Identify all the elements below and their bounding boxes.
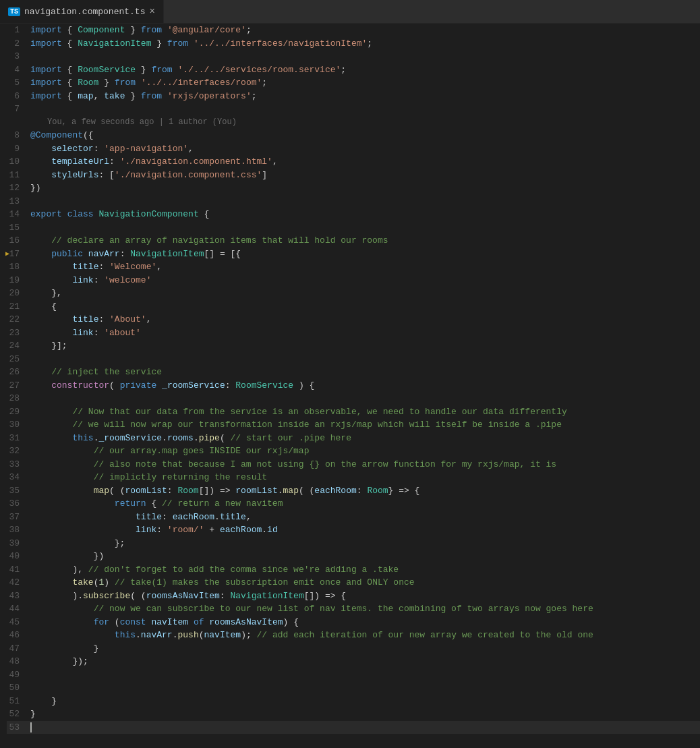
- code-line: 2import { NavigationItem } from '../../i…: [7, 37, 700, 51]
- code-token: import: [30, 65, 62, 75]
- code-token: // declare an array of navigation items …: [51, 235, 388, 246]
- code-line: 31 this._roomService.rooms.pipe( // star…: [7, 432, 700, 445]
- code-line: 17▶ public navArr: NavigationItem[] = [{: [7, 248, 700, 261]
- code-token: './../../services/room.service': [177, 65, 341, 75]
- line-number: 45: [7, 616, 30, 629]
- code-token: ( (: [130, 591, 146, 601]
- line-number: 4: [7, 63, 30, 77]
- line-code-content: }: [30, 642, 700, 656]
- code-token: private: [120, 380, 157, 391]
- code-token: .: [214, 512, 220, 522]
- code-line: 7: [7, 103, 700, 116]
- line-code-content: {: [30, 300, 700, 314]
- code-token: navArr: [141, 630, 173, 640]
- code-token: :: [94, 328, 105, 338]
- code-token: ;: [367, 38, 372, 49]
- code-token: RoomService: [78, 65, 136, 75]
- code-token: ),: [30, 565, 88, 575]
- code-token: this: [72, 433, 93, 443]
- code-line: 44 // now we can subscribe to our new li…: [7, 602, 700, 616]
- code-token: templateUrl: [51, 156, 109, 167]
- code-token: [162, 25, 167, 35]
- code-token: 'About': [109, 314, 146, 324]
- code-token: constructor: [51, 380, 109, 391]
- code-token: []) => {: [304, 591, 346, 601]
- code-token: 'about': [104, 328, 141, 338]
- code-line: 27 constructor( private _roomService: Ro…: [7, 379, 700, 393]
- code-token: [30, 328, 72, 338]
- code-token: {: [62, 38, 78, 49]
- code-token: :: [109, 156, 120, 167]
- line-number: 43: [7, 589, 30, 603]
- code-token: rooms: [167, 433, 194, 443]
- code-token: Room: [177, 486, 198, 496]
- line-code-content: };: [30, 537, 700, 550]
- line-code-content: });: [30, 655, 700, 668]
- code-token: pipe: [199, 433, 220, 443]
- line-number: 16: [7, 234, 30, 248]
- code-line: 46 this.navArr.push(navItem); // add eac…: [7, 629, 700, 642]
- code-line: 12}): [7, 181, 700, 195]
- code-line: 19 link: 'welcome': [7, 274, 700, 287]
- code-token: [30, 420, 72, 430]
- line-number: 44: [7, 602, 30, 616]
- code-token: [30, 630, 115, 640]
- code-line: 4import { RoomService } from './../../se…: [7, 63, 700, 77]
- code-token: // return a new navitem: [162, 498, 283, 509]
- code-token: [30, 235, 51, 246]
- line-number: 17▶: [7, 248, 30, 261]
- line-code-content: for (const navItem of roomsAsNavItem) {: [30, 616, 700, 629]
- editor-container: 1import { Component } from '@angular/cor…: [0, 24, 700, 748]
- line-number: 22: [7, 313, 30, 326]
- code-line: 10 templateUrl: './navigation.component.…: [7, 155, 700, 169]
- line-code-content: public navArr: NavigationItem[] = [{: [30, 248, 700, 261]
- code-line: 49: [7, 668, 700, 682]
- code-token: +: [204, 525, 219, 535]
- code-line: 24 }];: [7, 339, 700, 353]
- code-line: 36 return { // return a new navitem: [7, 497, 700, 511]
- code-token: Room: [367, 486, 388, 496]
- text-cursor: [30, 722, 37, 732]
- code-token: roomList: [235, 486, 277, 496]
- code-token: :: [167, 486, 178, 496]
- code-line: 50: [7, 681, 700, 695]
- code-line: 28: [7, 392, 700, 405]
- line-code-content: import { Room } from '../../interfaces/r…: [30, 76, 700, 90]
- code-token: .: [262, 525, 267, 535]
- code-token: :: [156, 525, 167, 535]
- code-token: [30, 367, 51, 377]
- code-token: }];: [30, 341, 67, 351]
- code-token: }: [30, 696, 57, 706]
- code-token: ({: [83, 130, 94, 140]
- fold-arrow-icon[interactable]: ▶: [5, 248, 9, 261]
- code-line: 13: [7, 195, 700, 208]
- code-token: import: [30, 78, 62, 88]
- code-token: // take(1) makes the subscription emit o…: [115, 577, 415, 587]
- code-token: [162, 91, 167, 101]
- line-code-content: // now we can subscribe to our new list …: [30, 602, 700, 616]
- line-number: 9: [7, 142, 30, 156]
- code-line: 5import { Room } from '../../interfaces/…: [7, 76, 700, 90]
- code-token: './navigation.component.css': [115, 170, 262, 180]
- close-icon[interactable]: ×: [149, 6, 154, 17]
- code-token: [30, 486, 94, 496]
- code-line: 35 map( (roomList: Room[]) => roomList.m…: [7, 484, 700, 498]
- code-line: 22 title: 'About',: [7, 313, 700, 326]
- code-token: map: [283, 486, 299, 496]
- code-line: 51 }: [7, 695, 700, 708]
- code-line: 39 };: [7, 537, 700, 550]
- line-number: 28: [7, 392, 30, 405]
- code-token: },: [30, 288, 62, 298]
- code-token: }: [125, 25, 140, 35]
- line-code-content: // implictly returning the result: [30, 471, 700, 484]
- code-token: title: [220, 512, 246, 522]
- line-number: 32: [7, 444, 30, 458]
- tab-navigation-component[interactable]: TS navigation.component.ts ×: [0, 0, 164, 23]
- code-token: export: [30, 209, 62, 219]
- code-token: // implictly returning the result: [94, 472, 267, 482]
- code-token: take: [72, 577, 93, 587]
- code-area[interactable]: 1import { Component } from '@angular/cor…: [0, 24, 700, 748]
- code-token: [156, 380, 162, 391]
- code-token: '@angular/core': [167, 25, 246, 35]
- code-token: // add each iteration of our new array w…: [257, 630, 593, 640]
